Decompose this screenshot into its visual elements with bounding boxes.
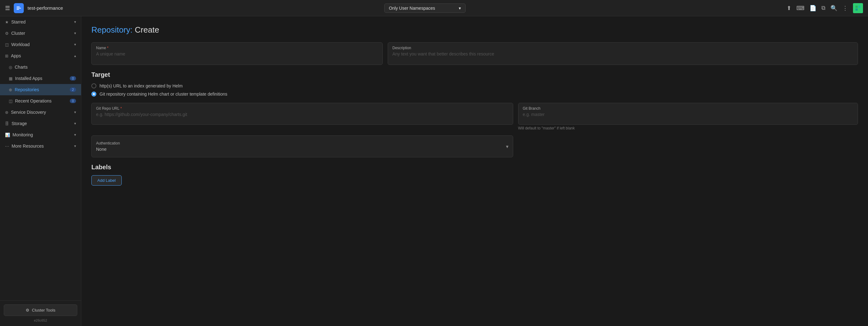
more-icon[interactable]: ⋮ <box>842 5 848 11</box>
terminal-icon[interactable]: ⌨ <box>796 5 804 11</box>
git-url-input[interactable] <box>96 112 508 117</box>
user-avatar[interactable] <box>853 3 863 13</box>
sidebar-item-installed-apps[interactable]: ▦ Installed Apps 0 <box>0 73 81 84</box>
auth-value: None <box>96 147 120 152</box>
cluster-icon: ⚙ <box>5 31 9 36</box>
page-title: Repository: Create <box>91 25 858 35</box>
sidebar-service-discovery-label: Service Discovery <box>11 110 46 115</box>
more-chevron-icon: ▾ <box>74 144 76 148</box>
sidebar-item-service-discovery[interactable]: ⊛ Service Discovery ▾ <box>0 107 81 118</box>
sidebar-item-repositories[interactable]: ⊕ Repositories 2 <box>0 84 81 95</box>
auth-wrapper[interactable]: Authentication None ▾ <box>91 135 513 157</box>
sidebar-item-apps-left: ⊞ Apps <box>5 53 21 58</box>
name-desc-row: Name * Description <box>91 42 858 65</box>
repositories-badge: 2 <box>70 87 76 92</box>
sidebar-bottom: ⚙ Cluster Tools e26c652 <box>0 300 81 326</box>
git-branch-label: Git Branch <box>523 106 854 111</box>
sidebar-monitoring-label: Monitoring <box>12 132 33 137</box>
topnav-right: ⬆ ⌨ 📄 ⧉ 🔍 ⋮ <box>787 3 863 13</box>
hamburger-icon[interactable]: ☰ <box>5 5 10 11</box>
sidebar-item-workload-left: ◫ Workload <box>5 42 30 47</box>
sidebar-section-service-discovery: ⊛ Service Discovery ▾ <box>0 107 81 118</box>
topnav: ☰ test-performance Only User Namespaces … <box>0 0 868 16</box>
radio-http-circle <box>91 83 96 88</box>
sidebar-charts-label: Charts <box>15 64 28 70</box>
sidebar-item-workload[interactable]: ◫ Workload ▾ <box>0 39 81 50</box>
radio-git[interactable]: Git repository containing Helm chart or … <box>91 91 858 97</box>
target-section-title: Target <box>91 71 858 78</box>
sidebar-item-storage[interactable]: 🗄 Storage ▾ <box>0 118 81 129</box>
git-branch-hint: Will default to "master" if left blank <box>518 126 858 130</box>
namespace-label: Only User Namespaces <box>389 6 435 11</box>
add-label-button[interactable]: Add Label <box>91 175 122 186</box>
chevron-down-icon: ▾ <box>459 6 461 11</box>
installed-apps-badge: 0 <box>70 76 76 81</box>
apps-icon: ⊞ <box>5 54 8 58</box>
sidebar-installed-apps-label: Installed Apps <box>15 76 42 81</box>
content-area: Repository: Create Name * Description <box>81 16 868 326</box>
name-input[interactable] <box>96 51 378 56</box>
sidebar-item-monitoring[interactable]: 📊 Monitoring ▾ <box>0 129 81 140</box>
sidebar-item-storage-left: 🗄 Storage <box>5 121 27 126</box>
sidebar-item-recent-ops[interactable]: ◫ Recent Operations 0 <box>0 95 81 107</box>
apps-chevron-icon: ▴ <box>74 54 76 58</box>
radio-http[interactable]: http(s) URL to an index generated by Hel… <box>91 83 858 88</box>
cluster-tools-label: Cluster Tools <box>32 308 55 313</box>
storage-chevron-icon: ▾ <box>74 121 76 126</box>
commit-hash: e26c652 <box>4 319 77 322</box>
sidebar-item-recent-ops-left: ◫ Recent Operations <box>9 99 52 104</box>
cluster-chevron-icon: ▾ <box>74 31 76 35</box>
sidebar-more-resources-label: More Resources <box>11 143 44 148</box>
git-branch-input[interactable] <box>523 112 854 117</box>
cluster-tools-button[interactable]: ⚙ Cluster Tools <box>4 304 77 316</box>
sidebar-cluster-label: Cluster <box>11 31 25 36</box>
upload-icon[interactable]: ⬆ <box>787 5 791 11</box>
installed-apps-icon: ▦ <box>9 76 12 81</box>
sidebar-item-starred[interactable]: ★ Starred ▾ <box>0 16 81 28</box>
document-icon[interactable]: 📄 <box>809 5 816 11</box>
workload-chevron-icon: ▾ <box>74 42 76 47</box>
sidebar-section-cluster: ⚙ Cluster ▾ <box>0 28 81 39</box>
sidebar-section-storage: 🗄 Storage ▾ <box>0 118 81 129</box>
page-action-label: Create <box>135 25 159 34</box>
name-label: Name * <box>96 46 378 50</box>
recent-ops-icon: ◫ <box>9 99 12 104</box>
git-url-group: Git Repo URL * <box>91 103 513 130</box>
copy-icon[interactable]: ⧉ <box>822 5 826 11</box>
sidebar-section-workload: ◫ Workload ▾ <box>0 39 81 50</box>
sidebar-section-more: ⋯ More Resources ▾ <box>0 140 81 152</box>
sidebar-apps-label: Apps <box>11 53 21 58</box>
monitoring-icon: 📊 <box>5 133 10 137</box>
sidebar-item-cluster-left: ⚙ Cluster <box>5 31 25 36</box>
svg-rect-2 <box>856 6 858 8</box>
app-title: test-performance <box>28 5 63 11</box>
git-branch-group: Git Branch Will default to "master" if l… <box>518 103 858 130</box>
svg-rect-3 <box>858 6 861 8</box>
monitoring-chevron-icon: ▾ <box>74 133 76 137</box>
desc-field-wrapper: Description <box>388 42 858 65</box>
storage-icon: 🗄 <box>5 121 9 126</box>
sidebar-item-more-resources[interactable]: ⋯ More Resources ▾ <box>0 140 81 152</box>
sidebar-item-cluster[interactable]: ⚙ Cluster ▾ <box>0 28 81 39</box>
auth-inner: Authentication None <box>96 141 120 152</box>
labels-section-title: Labels <box>91 164 858 171</box>
page-type-label: Repository: <box>91 25 133 34</box>
app-logo <box>14 3 24 13</box>
sidebar-item-charts[interactable]: ◎ Charts <box>0 61 81 73</box>
desc-label: Description <box>392 46 853 50</box>
radio-git-circle <box>91 91 96 97</box>
search-icon[interactable]: 🔍 <box>831 5 837 11</box>
desc-form-group: Description <box>388 42 858 65</box>
namespace-select[interactable]: Only User Namespaces ▾ <box>384 3 466 13</box>
workload-icon: ◫ <box>5 42 9 47</box>
sidebar-starred-label: Starred <box>11 20 26 24</box>
sidebar-item-more-left: ⋯ More Resources <box>5 143 44 148</box>
topnav-left: ☰ test-performance <box>5 3 63 13</box>
sidebar-item-sd-left: ⊛ Service Discovery <box>5 110 46 115</box>
sidebar-item-repos-left: ⊕ Repositories <box>9 87 39 92</box>
sidebar-item-charts-left: ◎ Charts <box>9 64 28 70</box>
auth-chevron-icon: ▾ <box>506 143 508 150</box>
desc-input[interactable] <box>392 51 853 56</box>
sidebar-item-apps[interactable]: ⊞ Apps ▴ <box>0 50 81 61</box>
sidebar-section-starred: ★ Starred ▾ <box>0 16 81 28</box>
